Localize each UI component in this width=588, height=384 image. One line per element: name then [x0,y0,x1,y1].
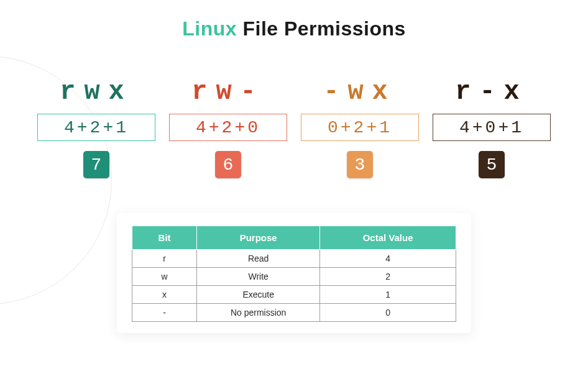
table-row: w Write 2 [132,268,456,286]
perm-octal-badge-2: 3 [347,151,373,178]
cell-octal: 1 [320,286,456,304]
cell-bit: - [132,304,197,322]
perm-col-1: rw- 4+2+0 6 [166,78,290,178]
cell-bit: x [132,286,197,304]
table-row: x Execute 1 [132,286,456,304]
page-title: Linux File Permissions [0,17,588,40]
perm-col-3: r-x 4+0+1 5 [430,78,554,178]
reference-table: Bit Purpose Octal Value r Read 4 w Write… [132,226,456,322]
title-accent: Linux [182,17,237,40]
cell-octal: 2 [320,268,456,286]
cell-octal: 4 [320,250,456,268]
perm-col-0: rwx 4+2+1 7 [34,78,158,178]
reference-table-card: Bit Purpose Octal Value r Read 4 w Write… [117,213,471,333]
perm-octal-badge-3: 5 [479,151,505,178]
perm-octal-badge-1: 6 [215,151,241,178]
cell-bit: w [132,268,197,286]
table-row: - No permission 0 [132,304,456,322]
perm-letters-0: rwx [60,78,133,106]
perm-octal-badge-0: 7 [83,151,109,178]
th-purpose: Purpose [197,226,320,250]
cell-purpose: No permission [197,304,320,322]
perm-sum-3: 4+0+1 [433,114,551,141]
th-bit: Bit [132,226,197,250]
perm-sum-2: 0+2+1 [301,114,419,141]
th-octal: Octal Value [320,226,456,250]
perm-sum-0: 4+2+1 [37,114,155,141]
table-header-row: Bit Purpose Octal Value [132,226,456,250]
perm-col-2: -wx 0+2+1 3 [298,78,422,178]
cell-octal: 0 [320,304,456,322]
cell-purpose: Execute [197,286,320,304]
cell-purpose: Write [197,268,320,286]
table-row: r Read 4 [132,250,456,268]
perm-letters-1: rw- [191,78,265,106]
cell-bit: r [132,250,197,268]
permissions-row: rwx 4+2+1 7 rw- 4+2+0 6 -wx 0+2+1 3 r-x … [0,78,588,178]
cell-purpose: Read [197,250,320,268]
perm-letters-2: -wx [323,78,397,106]
title-rest: File Permissions [237,17,406,40]
perm-sum-1: 4+2+0 [169,114,287,141]
perm-letters-3: r-x [455,78,528,106]
